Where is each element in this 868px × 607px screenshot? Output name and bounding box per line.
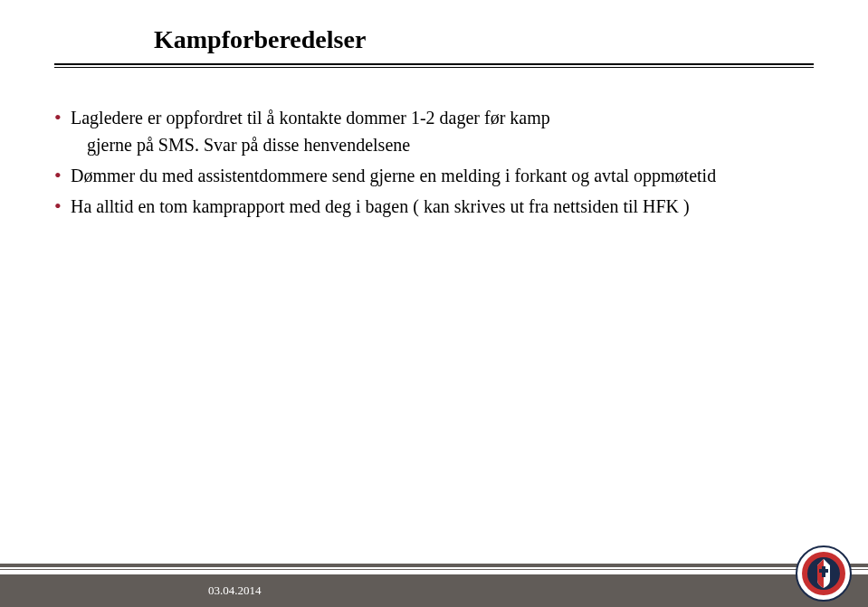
list-item: Lagledere er oppfordret til å kontakte d… xyxy=(54,104,814,158)
footer-date: 03.04.2014 xyxy=(208,583,262,598)
bullet-text: Dømmer du med assistentdommere send gjer… xyxy=(71,166,716,185)
bullet-text: Lagledere er oppfordret til å kontakte d… xyxy=(71,108,550,128)
footer-divider-thin xyxy=(0,569,868,570)
footer: 03.04.2014 xyxy=(0,564,868,607)
header: Kampforberedelser xyxy=(0,0,868,63)
divider-thick xyxy=(54,63,814,65)
bullet-list: Lagledere er oppfordret til å kontakte d… xyxy=(54,104,814,220)
content-area: Lagledere er oppfordret til å kontakte d… xyxy=(0,68,868,220)
page-title: Kampforberedelser xyxy=(154,25,814,54)
logo-badge-icon xyxy=(796,545,852,602)
list-item: Ha alltid en tom kamprapport med deg i b… xyxy=(54,193,814,220)
footer-divider-thick xyxy=(0,564,868,567)
footer-bar xyxy=(0,574,868,607)
bullet-text: Ha alltid en tom kamprapport med deg i b… xyxy=(71,196,690,216)
bullet-subtext: gjerne på SMS. Svar på disse henvendelse… xyxy=(71,131,814,158)
slide: Kampforberedelser Lagledere er oppfordre… xyxy=(0,0,868,607)
list-item: Dømmer du med assistentdommere send gjer… xyxy=(54,162,814,189)
